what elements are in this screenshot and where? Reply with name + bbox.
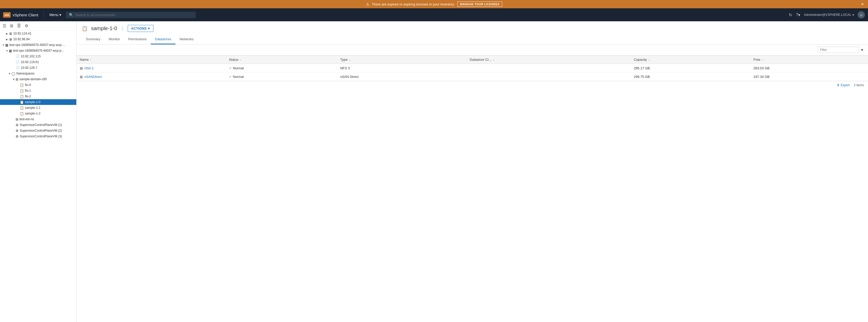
tab-permissions[interactable]: Permissions — [124, 35, 151, 45]
column-header-capacity[interactable]: Capacity⌄ — [631, 56, 750, 64]
export-label: Export — [841, 83, 850, 87]
title-divider: | — [122, 26, 123, 31]
ds-type-cell: vSAN Direct — [337, 72, 467, 81]
column-label: Status — [229, 58, 239, 62]
sidebar-item[interactable]: ▶ 🖥 10.92.96.94 — [0, 36, 76, 42]
column-header-type[interactable]: Type⌄ — [337, 56, 467, 64]
tab-networks[interactable]: Networks — [176, 35, 198, 45]
ds-cluster-cell — [467, 64, 631, 72]
tree-item-icon: ⚙ — [16, 123, 19, 127]
tree-item-icon: 📄 — [16, 60, 20, 64]
filter-input[interactable] — [818, 47, 859, 53]
avatar[interactable]: ☺ — [858, 11, 865, 19]
sidebar-item[interactable]: ⊞ test-ext-ns — [0, 116, 76, 122]
tree-item-icon: 📄 — [16, 66, 20, 70]
tree-item-label: sample-1-2 — [25, 112, 40, 115]
tree-item-label: test-vpx-1608584570-40037-wcp-p... — [13, 49, 64, 53]
help-icon: ? — [796, 12, 798, 17]
tree-toggle: ▶ — [5, 32, 9, 35]
filter-icon: ▼ — [860, 48, 864, 52]
column-header-free[interactable]: Free⌄ — [750, 56, 868, 64]
sidebar-icon-3[interactable]: 🗄 — [17, 24, 21, 28]
actions-button[interactable]: ACTIONS ▾ — [128, 25, 153, 32]
tab-datastores[interactable]: Datastores — [151, 35, 176, 45]
ds-free-cell: 263.03 GB — [750, 64, 868, 72]
main-layout: ☰ ⊞ 🗄 ⚙ ▶ 🖥 10.92.124.41 ▶ 🖥 10.92.96.94… — [0, 21, 868, 322]
sort-icon: ⌄ — [239, 58, 242, 61]
tree-item-icon: 📋 — [20, 100, 24, 104]
sidebar-item[interactable]: 📄 10.92.126.7 — [0, 65, 76, 70]
sidebar-item[interactable]: 📋 sample-1-0 — [0, 99, 76, 105]
search-box: 🔍 — [66, 12, 196, 18]
sidebar-item[interactable]: 📄 10.92.119.61 — [0, 59, 76, 65]
menu-label: Menu — [49, 13, 58, 17]
sidebar-item[interactable]: ⚙ SupervisorControlPlaneVM (1) — [0, 122, 76, 128]
sidebar-item[interactable]: 📋 sample-1-2 — [0, 111, 76, 116]
table-body: ▦ nfs0-1 ✓ Normal NFS 3 295.17 GB 263.03… — [76, 64, 868, 81]
search-input[interactable] — [75, 13, 193, 17]
sidebar-icon-2[interactable]: ⊞ — [10, 23, 13, 28]
column-header-datastore-cl...[interactable]: Datastore Cl...⌄ — [467, 56, 631, 64]
tree-item-label: sample-1-0 — [25, 100, 40, 104]
sidebar-icon-1[interactable]: ☰ — [3, 23, 6, 28]
tree-item-icon: 📋 — [20, 83, 24, 87]
sidebar-item[interactable]: ▼ ▦ test-vpx-1608584570-40037-wcp-p... — [0, 48, 76, 54]
status-check-icon: ✓ — [229, 75, 232, 79]
user-menu[interactable]: Administrator@VSPHERE.LOCAL ▾ — [804, 13, 854, 17]
menu-chevron-icon: ▾ — [59, 13, 61, 17]
ds-name-cell: ▦ vSANDirect — [76, 72, 226, 81]
column-header-name[interactable]: Name↑ — [76, 56, 226, 64]
tree-item-label: fio-2 — [25, 94, 31, 98]
tree-item-label: fio-0 — [25, 83, 31, 87]
banner-close-button[interactable]: × — [861, 2, 864, 6]
user-chevron-icon: ▾ — [852, 13, 854, 17]
actions-chevron-icon: ▾ — [148, 27, 150, 30]
sidebar-item[interactable]: ▼ ◯ Namespaces — [0, 70, 76, 76]
export-button[interactable]: ⬆ Export — [837, 83, 850, 87]
tree-item-label: test-vps-1608584570-40037-wcp wcp-... — [9, 43, 65, 47]
sidebar-item[interactable]: 📋 fio-2 — [0, 93, 76, 99]
page-title: sample-1-0 — [91, 25, 117, 31]
sidebar-item[interactable]: ⚙ SupervisorControlPlaneVM (3) — [0, 134, 76, 139]
refresh-button[interactable]: ↻ — [789, 12, 792, 18]
tree-item-label: test-ext-ns — [20, 117, 34, 121]
sidebar-item[interactable]: ⚙ SupervisorControlPlaneVM (2) — [0, 128, 76, 134]
ds-free-cell: 197.34 GB — [750, 72, 868, 81]
vm-logo: vm — [3, 12, 11, 18]
help-button[interactable]: ? ▾ — [796, 12, 800, 18]
manage-licenses-button[interactable]: MANAGE YOUR LICENSES — [457, 2, 502, 7]
sidebar-item[interactable]: ▶ 🖥 10.92.124.41 — [0, 31, 76, 36]
ds-status-cell: ✓ Normal — [226, 72, 337, 81]
tree-item-icon: ▦ — [9, 49, 12, 53]
menu-button[interactable]: Menu ▾ — [47, 11, 64, 19]
filter-row: ▼ — [76, 45, 868, 55]
ds-name: vSANDirect — [84, 75, 102, 79]
tree-item-label: sample-domain-c85 — [20, 78, 47, 81]
sidebar-item[interactable]: 📋 fio-1 — [0, 88, 76, 93]
table-row: ▦ vSANDirect ✓ Normal vSAN Direct 199.75… — [76, 72, 868, 81]
ds-name-link[interactable]: ▦ nfs0-1 — [80, 66, 223, 70]
sidebar-item[interactable]: 📄 10.92.102.115 — [0, 54, 76, 59]
sidebar-item[interactable]: 📋 sample-1-1 — [0, 105, 76, 111]
table-footer: ⬆ Export 2 items — [76, 81, 868, 89]
sidebar-item[interactable]: 📋 fio-0 — [0, 82, 76, 88]
tab-summary[interactable]: Summary — [82, 35, 104, 45]
content-header: 📋 sample-1-0 | ACTIONS ▾ SummaryMonitorP… — [76, 21, 868, 45]
sidebar-icon-4[interactable]: ⚙ — [25, 23, 28, 28]
ds-cluster-cell — [467, 72, 631, 81]
column-label: Capacity — [634, 58, 647, 62]
table-header: Name↑Status⌄Type⌄Datastore Cl...⌄Capacit… — [76, 56, 868, 64]
tree-container: ▶ 🖥 10.92.124.41 ▶ 🖥 10.92.96.94 ▼ ▦ tes… — [0, 31, 76, 139]
ds-name-link[interactable]: ▦ vSANDirect — [80, 75, 223, 79]
tab-monitor[interactable]: Monitor — [104, 35, 124, 45]
sidebar-item[interactable]: ▼ ▦ test-vps-1608584570-40037-wcp wcp-..… — [0, 42, 76, 48]
tree-item-label: Namespaces — [17, 72, 34, 75]
app-logo: vm vSphere Client — [3, 12, 38, 18]
sidebar-item[interactable]: ▼ ⊞ sample-domain-c85 — [0, 76, 76, 82]
search-icon: 🔍 — [69, 13, 73, 17]
tree-item-label: 10.92.126.7 — [21, 66, 37, 69]
ds-status: Normal — [233, 66, 244, 70]
tree-item-icon: 📋 — [20, 112, 24, 116]
content-title-icon: 📋 — [82, 26, 88, 31]
column-header-status[interactable]: Status⌄ — [226, 56, 337, 64]
